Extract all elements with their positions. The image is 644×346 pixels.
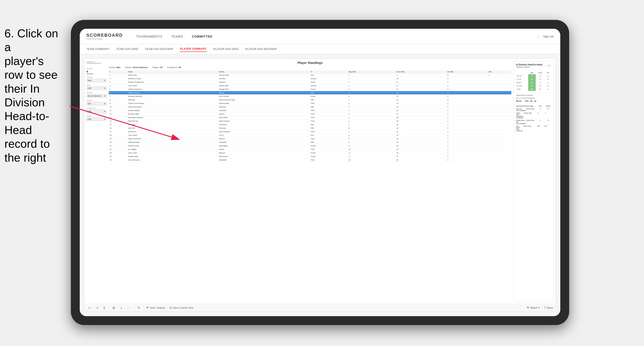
cell-player: Michael Thorbjornsen xyxy=(127,80,218,84)
cell-player: Ian Gilligan xyxy=(127,148,218,151)
cell-conf: 8 xyxy=(396,80,446,84)
cell-school: New Mexico xyxy=(218,155,310,158)
cell-player: David Ford xyxy=(127,130,218,134)
cell-player: Gordon Sargent xyxy=(127,109,218,112)
cell-reg: 4 xyxy=(348,134,396,137)
more-button[interactable]: ··· xyxy=(126,305,132,310)
cell-win xyxy=(488,158,511,162)
standings-row-6[interactable]: 6 Jackson Koivun Auburn First 2 14 1 xyxy=(109,91,511,95)
standings-row-18[interactable]: 18 Luke Powell UCLA First 4 24 1 xyxy=(109,134,511,137)
standings-row-4[interactable]: 4 Luke Claton Florida State Second 1 27 … xyxy=(109,84,511,88)
refresh-button[interactable]: ↻ xyxy=(136,305,142,310)
cell-reg: 1 xyxy=(348,73,396,77)
export-button[interactable]: ⤓ xyxy=(119,305,124,310)
redo-button[interactable]: ↪ xyxy=(94,305,100,310)
standings-row-19[interactable]: 19 Tiger Christensen Arizona Third 8 23 … xyxy=(109,137,511,141)
subnav-team-h2h-heatmap[interactable]: TEAM H2H HEATMAP xyxy=(145,46,174,52)
forward-button[interactable]: ⟫ xyxy=(102,305,106,310)
view-original-button[interactable]: 👁 View: Original xyxy=(146,306,165,309)
tournament-type: Stroke Play xyxy=(524,112,537,119)
cell-school: Arizona State xyxy=(218,102,310,105)
tournament-name: SEC Match Play hosted by Jerry Pate Roun… xyxy=(516,125,523,132)
standings-row-23[interactable]: 23 Jack Lundin Missouri Fourth 11 24 1 xyxy=(109,151,511,155)
cell-player: Alex Goff xyxy=(127,127,218,130)
standings-row-12[interactable]: 12 Brendan Valles Auburn Third 1 27 1 xyxy=(109,112,511,116)
standings-row-3[interactable]: 3 Michael Thorbjornsen Stanford Fourth 1… xyxy=(109,80,511,84)
cell-conf: 30 xyxy=(396,116,446,119)
share-button[interactable]: ⤴ Share xyxy=(544,306,553,309)
save-icon: ⊡ xyxy=(170,306,172,309)
cell-num: 10 xyxy=(109,105,127,109)
cell-win xyxy=(488,109,511,112)
bottom-toolbar: ↩ ↪ ⟫ ⊞ ⤓ ··· ↻ 👁 View: Original xyxy=(84,304,556,312)
subnav-team-h2h-grid[interactable]: TEAM H2H GRID xyxy=(116,46,138,52)
cell-conf: 27 xyxy=(396,155,446,158)
h2h-win-cell: 8 xyxy=(528,74,536,78)
filter-button[interactable]: ⊞ xyxy=(111,305,116,310)
standings-row-5[interactable]: 5 Christo Lamprecht Georgia Tech Fourth … xyxy=(109,88,511,91)
standings-row-16[interactable]: 16 Alex Goff Kentucky Fifth 8 19 0 xyxy=(109,127,511,130)
nav-committee[interactable]: COMMITTEE xyxy=(192,34,212,39)
division-filter-value[interactable]: NCAA Division I ▾ xyxy=(86,94,106,98)
standings-row-22[interactable]: 22 Ian Gilligan Florida Third 10 24 1 xyxy=(109,148,511,151)
undo-button[interactable]: ↩ xyxy=(87,305,92,310)
cell-reg: 1 xyxy=(348,98,396,102)
col-no-rds: No. Rds. xyxy=(446,70,488,73)
standings-row-10[interactable]: 10 Jacob Mou-Diesse Arkansas Fifth 4 25 … xyxy=(109,105,511,109)
nav-teams[interactable]: TEAMS xyxy=(171,34,183,39)
standings-row-20[interactable]: 20 Matthew Riedel Vanderbilt Fifth 8 19 … xyxy=(109,141,511,144)
subnav-team-summary[interactable]: TEAM SUMMARY xyxy=(86,46,110,52)
h2h-close-button[interactable]: ✕ xyxy=(547,63,551,67)
standings-row-25[interactable]: 25 Cole Sherwood Vanderbilt Third 12 23 … xyxy=(109,158,511,162)
subnav-player-h2h-heatmap[interactable]: PLAYER H2H HEATMAP xyxy=(246,46,277,52)
standings-row-21[interactable]: 21 Taehoon Song Washington Fourth 6 23 1 xyxy=(109,144,511,148)
cell-rds: 1 xyxy=(446,123,488,127)
col-num: # xyxy=(109,70,127,73)
subnav-player-summary[interactable]: PLAYER SUMMARY xyxy=(180,46,206,52)
cell-rds: 0 xyxy=(446,77,488,80)
standings-row-1[interactable]: 1 Wenyi Ding Arizona State First 1 1 8 1 xyxy=(109,73,511,77)
cell-win xyxy=(488,127,511,130)
watch-button[interactable]: 👁 Watch ▾ xyxy=(527,306,540,309)
subnav-player-h2h-grid[interactable]: PLAYER H2H GRID xyxy=(213,46,239,52)
cell-num: 25 xyxy=(109,158,127,162)
save-custom-button[interactable]: ⊡ Save Custom View xyxy=(170,306,193,309)
cell-rds: 1 xyxy=(446,144,488,148)
cell-conf: 18 xyxy=(396,77,446,80)
top-nav: SCOREBOARD Powered by clippd TOURNAMENTS… xyxy=(80,29,560,44)
standings-row-24[interactable]: 24 Bastien Amat New Mexico Fourth 1 27 2 xyxy=(109,155,511,158)
cell-num: 1 xyxy=(109,73,127,77)
standings-row-7[interactable]: 7 Nicholas Gabrelcik North Florida Fourt… xyxy=(109,95,511,98)
standings-row-8[interactable]: 8 Mats Ege East Tennessee State Fifth 1 … xyxy=(109,98,511,102)
cell-reg: 3 xyxy=(348,102,396,105)
cell-num: 8 xyxy=(109,98,127,102)
cell-conf: 24 xyxy=(396,151,446,155)
cell-num: 23 xyxy=(109,151,127,155)
standings-row-13[interactable]: 13 Phachakun Malchon Texas A&M Third 6 3… xyxy=(109,116,511,119)
h2h-header: In Division Head-to-Head Jackson Koivun … xyxy=(516,63,551,70)
nav-tournaments[interactable]: TOURNAMENTS xyxy=(136,34,162,39)
toolbar-divider-4 xyxy=(167,306,167,310)
gender-filter-value[interactable]: Men ▾ xyxy=(86,79,106,82)
cell-school: Auburn xyxy=(218,112,310,116)
standings-row-11[interactable]: 11 Gordon Sargent Vanderbilt Third 4 21 … xyxy=(109,109,511,112)
cell-player: Tiger Christensen xyxy=(127,137,218,141)
year-filter-value[interactable]: (All) ▾ xyxy=(86,86,106,90)
standings-row-14[interactable]: 14 Maxwell Ford North Carolina Third 3 2… xyxy=(109,119,511,123)
standings-row-15[interactable]: 15 Jake Hall Tennessee Fifth 1 22 1 xyxy=(109,123,511,127)
region-filter-value[interactable]: N/A ▾ xyxy=(86,102,106,105)
standings-row-17[interactable]: 17 David Ford North Carolina Third 1 21 … xyxy=(109,130,511,134)
conference-filter-value[interactable]: (All) ▾ xyxy=(86,110,106,113)
cell-reg: 2 xyxy=(348,88,396,91)
cell-conf: 22 xyxy=(396,123,446,127)
tournament-pos: 4 xyxy=(540,108,546,111)
cell-reg: 8 xyxy=(348,141,396,144)
player-filter-value[interactable]: (All) ▾ xyxy=(86,117,106,121)
cell-yr: Fourth xyxy=(310,95,348,98)
sign-out-button[interactable]: Sign out xyxy=(543,35,554,38)
division-filter-label: Division xyxy=(86,92,106,94)
cell-yr: Third xyxy=(310,102,348,105)
cell-rds: 1 xyxy=(446,141,488,144)
standings-row-9[interactable]: 9 Preston Summerhays Arizona State Third… xyxy=(109,102,511,105)
standings-row-2[interactable]: 2 Michael La Sasso Ole Miss Second 1 18 … xyxy=(109,77,511,80)
